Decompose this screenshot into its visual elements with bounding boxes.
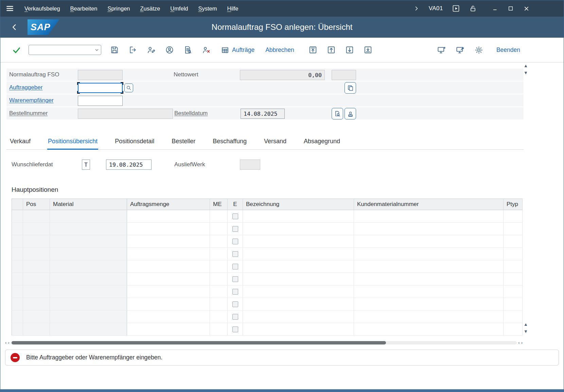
menu-overflow-chevron-icon[interactable]: [413, 5, 420, 12]
cell-customer-material[interactable]: [354, 210, 504, 223]
cell-pos[interactable]: [23, 298, 50, 311]
row-select-cell[interactable]: [12, 260, 23, 273]
cell-material[interactable]: [50, 248, 127, 260]
cell-quantity[interactable]: [127, 298, 210, 311]
cell-e[interactable]: [228, 285, 243, 298]
col-material[interactable]: Material: [50, 199, 127, 210]
scroll-down-icon[interactable]: ▼: [524, 329, 528, 334]
table-row[interactable]: [12, 298, 523, 311]
ship-to-field[interactable]: [78, 96, 123, 106]
scroll-right-icon[interactable]: ›: [8, 340, 9, 345]
menu-verkaufsbeleg[interactable]: Verkaufsbeleg: [24, 5, 60, 12]
table-row[interactable]: [12, 260, 523, 273]
scroll-left-icon[interactable]: ‹: [518, 340, 519, 345]
cell-material[interactable]: [50, 311, 127, 323]
menu-umfeld[interactable]: Umfeld: [170, 5, 188, 12]
cell-pos[interactable]: [23, 248, 50, 260]
search-document-button[interactable]: [332, 108, 343, 119]
item-checkbox[interactable]: [232, 226, 238, 232]
error-icon[interactable]: [11, 353, 20, 362]
req-deliv-date-type-field[interactable]: [82, 160, 90, 170]
cell-item-category[interactable]: [504, 210, 523, 223]
col-select[interactable]: [12, 199, 23, 210]
cell-quantity[interactable]: [127, 223, 210, 235]
scroll-left-icon[interactable]: ‹: [5, 340, 6, 345]
cell-material[interactable]: [50, 298, 127, 311]
close-icon[interactable]: [523, 5, 530, 12]
cell-item-category[interactable]: [504, 285, 523, 298]
tab-verkauf[interactable]: Verkauf: [9, 134, 31, 149]
table-row[interactable]: [12, 210, 523, 223]
scroll-up-icon[interactable]: ▲: [524, 322, 528, 326]
cell-description[interactable]: [243, 273, 354, 285]
cell-quantity[interactable]: [127, 210, 210, 223]
row-select-cell[interactable]: [12, 248, 23, 260]
cell-unit[interactable]: [210, 210, 228, 223]
item-checkbox[interactable]: [232, 213, 238, 219]
shortcut-icon[interactable]: [456, 45, 465, 55]
cell-material[interactable]: [50, 285, 127, 298]
row-select-cell[interactable]: [12, 311, 23, 323]
cell-e[interactable]: [228, 311, 243, 323]
item-checkbox[interactable]: [232, 239, 238, 244]
table-row[interactable]: [12, 235, 523, 248]
cell-e[interactable]: [228, 298, 243, 311]
chevron-down-icon[interactable]: [94, 47, 100, 54]
cell-quantity[interactable]: [127, 248, 210, 260]
command-field[interactable]: [29, 45, 101, 55]
maximize-icon[interactable]: [508, 5, 514, 12]
cell-e[interactable]: [228, 223, 243, 235]
cell-material[interactable]: [50, 273, 127, 285]
cell-material[interactable]: [50, 223, 127, 235]
po-date-field[interactable]: [241, 109, 285, 119]
menu-springen[interactable]: Springen: [107, 5, 130, 12]
scroll-up-icon[interactable]: ▲: [524, 63, 528, 68]
cell-customer-material[interactable]: [354, 273, 504, 285]
cell-customer-material[interactable]: [354, 248, 504, 260]
user-circle-icon[interactable]: [165, 45, 174, 54]
cell-description[interactable]: [243, 223, 354, 235]
cell-quantity[interactable]: [127, 235, 210, 248]
cell-item-category[interactable]: [504, 223, 523, 235]
col-ptyp[interactable]: Ptyp: [504, 199, 523, 210]
cell-unit[interactable]: [210, 311, 228, 323]
cell-material[interactable]: [50, 323, 127, 336]
cell-customer-material[interactable]: [354, 235, 504, 248]
tab-besteller[interactable]: Besteller: [171, 134, 196, 149]
cell-description[interactable]: [243, 235, 354, 248]
cell-quantity[interactable]: [127, 260, 210, 273]
scroll-down-icon[interactable]: ▼: [524, 71, 528, 75]
unlock-icon[interactable]: [469, 4, 477, 13]
cell-item-category[interactable]: [504, 235, 523, 248]
hamburger-menu-icon[interactable]: [5, 4, 15, 13]
enter-check-icon[interactable]: [12, 45, 21, 55]
row-select-cell[interactable]: [12, 273, 23, 285]
sold-to-label[interactable]: Auftraggeber: [9, 84, 42, 91]
cell-e[interactable]: [228, 323, 243, 336]
first-page-icon[interactable]: [309, 45, 317, 54]
table-row[interactable]: [12, 285, 523, 298]
ship-to-label[interactable]: Warenempfänger: [9, 97, 54, 104]
col-auftragsmenge[interactable]: Auftragsmenge: [127, 199, 210, 210]
row-select-cell[interactable]: [12, 298, 23, 311]
cell-unit[interactable]: [210, 260, 228, 273]
item-checkbox[interactable]: [232, 301, 238, 307]
cell-pos[interactable]: [23, 323, 50, 336]
table-row[interactable]: [12, 311, 523, 323]
end-button[interactable]: Beenden: [496, 46, 520, 54]
col-e[interactable]: E: [228, 199, 243, 210]
col-pos[interactable]: Pos: [23, 199, 50, 210]
req-deliv-date-field[interactable]: [106, 160, 152, 170]
user-delete-icon[interactable]: [202, 45, 211, 54]
copy-button[interactable]: [345, 82, 356, 94]
save-icon[interactable]: [110, 45, 119, 54]
row-select-cell[interactable]: [12, 223, 23, 235]
cell-pos[interactable]: [23, 273, 50, 285]
item-checkbox[interactable]: [232, 264, 238, 269]
new-session-icon[interactable]: [437, 45, 446, 55]
cell-customer-material[interactable]: [354, 298, 504, 311]
table-row[interactable]: [12, 273, 523, 285]
tab-versand[interactable]: Versand: [263, 134, 287, 149]
cell-unit[interactable]: [210, 298, 228, 311]
minimize-icon[interactable]: [492, 5, 498, 12]
